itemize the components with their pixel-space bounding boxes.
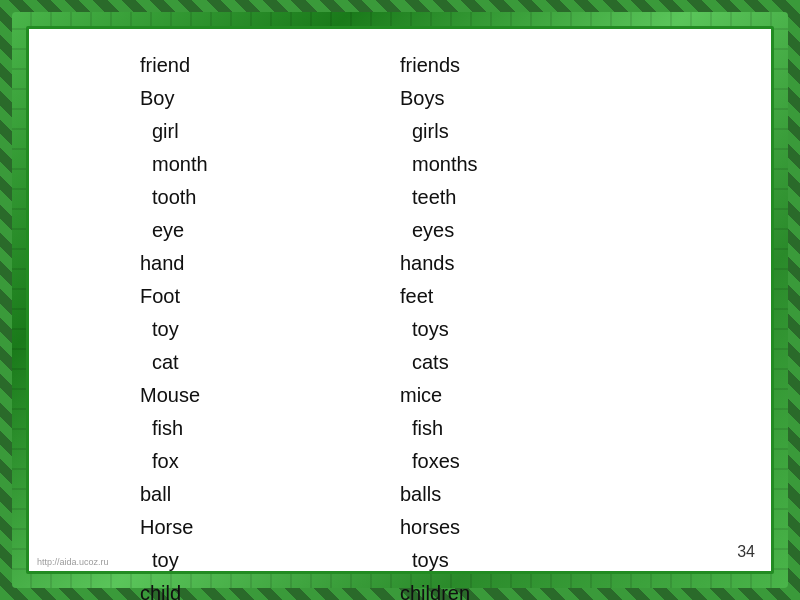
singular-word-12: fox (140, 445, 400, 478)
plural-word-9: cats (400, 346, 660, 379)
outer-border: friendBoygirlmonthtootheyehandFoottoycat… (0, 0, 800, 600)
plural-word-1: Boys (400, 82, 660, 115)
plural-word-4: teeth (400, 181, 660, 214)
plural-word-7: feet (400, 280, 660, 313)
mosaic-border: friendBoygirlmonthtootheyehandFoottoycat… (12, 12, 788, 588)
inner-content: friendBoygirlmonthtootheyehandFoottoycat… (26, 26, 774, 574)
plural-word-14: horses (400, 511, 660, 544)
singular-word-11: fish (140, 412, 400, 445)
singular-word-15: toy (140, 544, 400, 577)
plural-word-15: toys (400, 544, 660, 577)
page-number: 34 (737, 543, 755, 561)
plural-word-13: balls (400, 478, 660, 511)
plural-word-5: eyes (400, 214, 660, 247)
plural-word-3: months (400, 148, 660, 181)
plural-column: friendsBoysgirlsmonthsteetheyeshandsfeet… (400, 49, 660, 600)
plural-word-16: children (400, 577, 660, 600)
singular-word-5: eye (140, 214, 400, 247)
singular-word-0: friend (140, 49, 400, 82)
singular-word-9: cat (140, 346, 400, 379)
singular-word-6: hand (140, 247, 400, 280)
singular-word-13: ball (140, 478, 400, 511)
plural-word-6: hands (400, 247, 660, 280)
singular-word-1: Boy (140, 82, 400, 115)
singular-word-16: child (140, 577, 400, 600)
singular-word-3: month (140, 148, 400, 181)
watermark: http://aida.ucoz.ru (37, 557, 109, 567)
plural-word-2: girls (400, 115, 660, 148)
plural-word-0: friends (400, 49, 660, 82)
plural-word-11: fish (400, 412, 660, 445)
singular-word-14: Horse (140, 511, 400, 544)
plural-word-12: foxes (400, 445, 660, 478)
content-area: friendBoygirlmonthtootheyehandFoottoycat… (140, 49, 660, 600)
plural-word-10: mice (400, 379, 660, 412)
singular-word-2: girl (140, 115, 400, 148)
singular-word-7: Foot (140, 280, 400, 313)
singular-word-10: Mouse (140, 379, 400, 412)
plural-word-8: toys (400, 313, 660, 346)
singular-word-8: toy (140, 313, 400, 346)
singular-word-4: tooth (140, 181, 400, 214)
singular-column: friendBoygirlmonthtootheyehandFoottoycat… (140, 49, 400, 600)
